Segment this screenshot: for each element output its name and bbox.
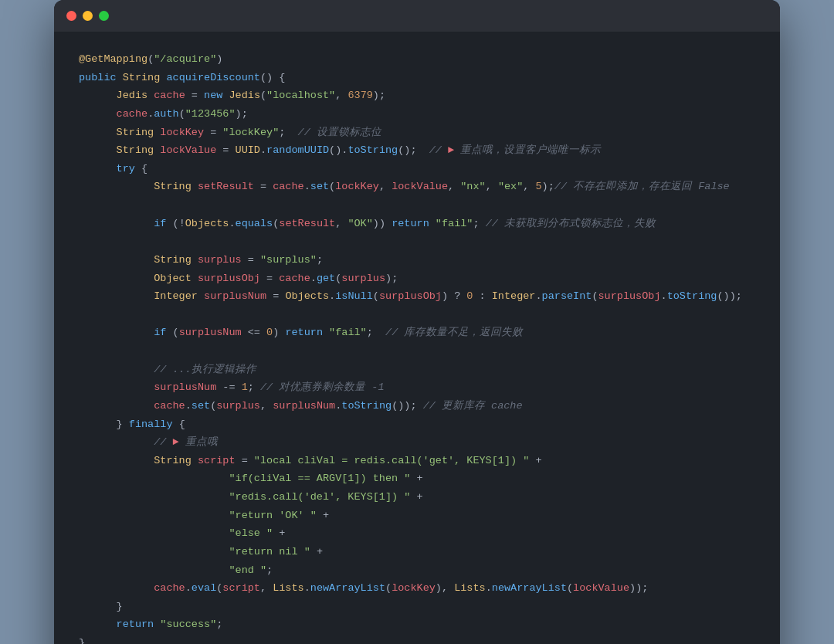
close-button[interactable]: [66, 11, 76, 21]
code-content: @GetMapping("/acquire") public String ac…: [54, 32, 780, 644]
titlebar: [54, 0, 780, 32]
editor-window: @GetMapping("/acquire") public String ac…: [54, 0, 780, 644]
maximize-button[interactable]: [99, 11, 109, 21]
minimize-button[interactable]: [83, 11, 93, 21]
